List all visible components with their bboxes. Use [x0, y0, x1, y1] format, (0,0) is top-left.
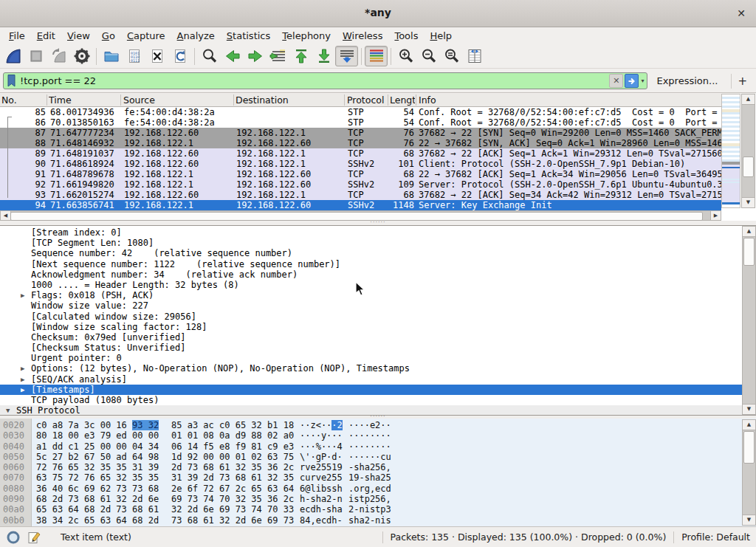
- start-capture-button[interactable]: [1, 46, 24, 66]
- expander-icon[interactable]: [21, 322, 31, 332]
- clear-filter-button[interactable]: ✕: [609, 74, 623, 88]
- menu-item[interactable]: Statistics: [221, 29, 276, 43]
- expander-icon[interactable]: [21, 343, 31, 353]
- menu-item[interactable]: Help: [424, 29, 458, 43]
- scroll-down-icon[interactable]: ▼: [741, 197, 755, 208]
- menu-item[interactable]: Telephony: [276, 29, 337, 43]
- expander-icon[interactable]: [21, 332, 31, 343]
- hex-row[interactable]: 0020 c0 a8 7a 3c 00 16 93 32 85 a3 ac c0…: [0, 420, 743, 430]
- column-header-destination[interactable]: Destination: [236, 94, 289, 106]
- column-header-source[interactable]: Source: [123, 94, 155, 106]
- column-header-time[interactable]: Time: [49, 94, 72, 106]
- expander-icon[interactable]: ▶: [21, 385, 31, 395]
- apply-filter-button[interactable]: [625, 74, 639, 88]
- expander-icon[interactable]: [21, 312, 31, 322]
- detail-row[interactable]: Sequence number: 42 (relative sequence n…: [0, 248, 743, 258]
- capture-file-properties-button[interactable]: [6, 530, 21, 545]
- go-to-packet-button[interactable]: [267, 46, 289, 66]
- expander-icon[interactable]: [21, 248, 31, 258]
- menu-item[interactable]: Analyze: [171, 29, 221, 43]
- filter-bookmark-icon[interactable]: [6, 74, 17, 88]
- detail-row[interactable]: Window size value: 227: [0, 300, 743, 311]
- scroll-up-icon[interactable]: ▲: [742, 419, 756, 430]
- filter-text[interactable]: !tcp.port == 22: [20, 75, 609, 86]
- expander-icon[interactable]: ▶: [21, 290, 31, 300]
- packet-row[interactable]: 9471.663856741192.168.122.1192.168.122.6…: [0, 200, 721, 210]
- packet-row[interactable]: 8771.647777234192.168.122.60192.168.122.…: [0, 128, 721, 138]
- hex-row[interactable]: 0090 68 2d 73 68 61 32 2d 6e 69 73 74 70…: [0, 494, 743, 504]
- expander-icon[interactable]: [21, 269, 31, 280]
- auto-scroll-button[interactable]: [335, 46, 358, 66]
- restart-capture-button[interactable]: [47, 46, 70, 66]
- scroll-thumb[interactable]: [10, 212, 703, 221]
- detail-row[interactable]: Acknowledgment number: 34 (relative ack …: [0, 269, 743, 280]
- scroll-up-icon[interactable]: ▲: [742, 226, 756, 237]
- zoom-out-button[interactable]: [417, 46, 440, 66]
- packet-list-vscrollbar[interactable]: ▲ ▼: [741, 94, 755, 208]
- expander-icon[interactable]: ▼: [6, 405, 16, 416]
- hex-row[interactable]: 0060 72 76 65 32 35 35 31 39 2d 73 68 61…: [0, 462, 743, 472]
- packet-row[interactable]: 8568.001734936fe:54:00:d4:38:2aSTP54Conf…: [0, 107, 721, 117]
- menu-item[interactable]: Capture: [121, 29, 171, 43]
- close-window-button[interactable]: ✕: [734, 6, 749, 21]
- resize-columns-button[interactable]: [463, 46, 486, 66]
- menu-item[interactable]: File: [3, 29, 31, 43]
- detail-row[interactable]: ▶Flags: 0x018 (PSH, ACK): [0, 290, 743, 300]
- capture-options-button[interactable]: [70, 46, 93, 66]
- menu-item[interactable]: View: [61, 29, 96, 43]
- colorize-button[interactable]: [365, 46, 388, 66]
- menu-item[interactable]: Tools: [388, 29, 424, 43]
- find-packet-button[interactable]: [198, 46, 221, 66]
- detail-row[interactable]: ▶[Timestamps]: [0, 385, 743, 395]
- display-filter-input[interactable]: !tcp.port == 22 ✕ ▾: [3, 72, 647, 89]
- detail-row[interactable]: [TCP Segment Len: 1080]: [0, 238, 743, 248]
- hex-row[interactable]: 0070 63 75 72 76 65 32 35 35 31 39 2d 73…: [0, 472, 743, 483]
- detail-row[interactable]: [Checksum Status: Unverified]: [0, 343, 743, 353]
- hex-row[interactable]: 0080 36 40 6c 69 62 73 73 68 2e 6f 72 67…: [0, 484, 743, 494]
- packet-row[interactable]: 9171.648789678192.168.122.1192.168.122.6…: [0, 169, 721, 179]
- packet-list-minimap[interactable]: [721, 94, 740, 208]
- zoom-in-button[interactable]: [394, 46, 417, 66]
- menu-item[interactable]: Edit: [31, 29, 61, 43]
- packet-row[interactable]: 9371.662015274192.168.122.60192.168.122.…: [0, 190, 721, 200]
- expander-icon[interactable]: [21, 300, 31, 311]
- add-filter-button[interactable]: +: [731, 74, 753, 89]
- stop-capture-button[interactable]: [24, 46, 47, 66]
- scroll-thumb[interactable]: [743, 238, 755, 266]
- packet-list-hscrollbar[interactable]: ◀ ▶: [0, 210, 721, 221]
- expander-icon[interactable]: ▶: [21, 374, 31, 385]
- packet-row[interactable]: 8871.648146932192.168.122.1192.168.122.6…: [0, 138, 721, 148]
- scroll-right-icon[interactable]: ▶: [710, 210, 721, 221]
- filter-history-dropdown[interactable]: ▾: [641, 78, 644, 84]
- hex-row[interactable]: 00a0 65 63 64 68 2d 73 68 61 32 2d 6e 69…: [0, 504, 743, 515]
- menu-item[interactable]: Wireless: [337, 29, 388, 43]
- reload-file-button[interactable]: [168, 46, 191, 66]
- expander-icon[interactable]: [21, 395, 31, 405]
- expander-icon[interactable]: [21, 259, 31, 269]
- detail-row[interactable]: Urgent pointer: 0: [0, 353, 743, 363]
- hex-row[interactable]: 0050 5c 27 b2 67 50 ad 64 98 1d 92 00 00…: [0, 452, 743, 462]
- detail-row[interactable]: [Stream index: 0]: [0, 227, 743, 238]
- detail-row[interactable]: [Next sequence number: 1122 (relative se…: [0, 259, 743, 269]
- hex-row[interactable]: 0030 80 18 00 e3 79 ed 00 00 01 01 08 0a…: [0, 430, 743, 441]
- details-vscrollbar[interactable]: ▲ ▼: [742, 226, 756, 415]
- scroll-up-icon[interactable]: ▲: [741, 94, 755, 105]
- detail-row[interactable]: TCP payload (1080 bytes): [0, 395, 743, 405]
- title-bar[interactable]: *any ✕: [0, 0, 756, 27]
- column-header-protocol[interactable]: Protocol: [347, 94, 384, 106]
- menu-item[interactable]: Go: [96, 29, 121, 43]
- expander-icon[interactable]: ▶: [21, 363, 31, 374]
- packet-row[interactable]: 8670.013850163fe:54:00:d4:38:2aSTP54Conf…: [0, 117, 721, 128]
- go-last-button[interactable]: [312, 46, 335, 66]
- expander-icon[interactable]: [21, 353, 31, 363]
- hex-vscrollbar[interactable]: ▲ ▼: [742, 419, 756, 526]
- detail-row[interactable]: Checksum: 0x79ed [unverified]: [0, 332, 743, 343]
- hex-row[interactable]: 0040 a1 dd c1 25 00 00 04 34 06 14 f5 e8…: [0, 441, 743, 452]
- detail-row[interactable]: 1000 .... = Header Length: 32 bytes (8): [0, 280, 743, 290]
- expander-icon[interactable]: [21, 280, 31, 290]
- detail-row[interactable]: ▶Options: (12 bytes), No-Operation (NOP)…: [0, 363, 743, 374]
- go-first-button[interactable]: [289, 46, 312, 66]
- expander-icon[interactable]: [21, 227, 31, 238]
- go-back-button[interactable]: [221, 46, 244, 66]
- detail-row[interactable]: ▶[SEQ/ACK analysis]: [0, 374, 743, 385]
